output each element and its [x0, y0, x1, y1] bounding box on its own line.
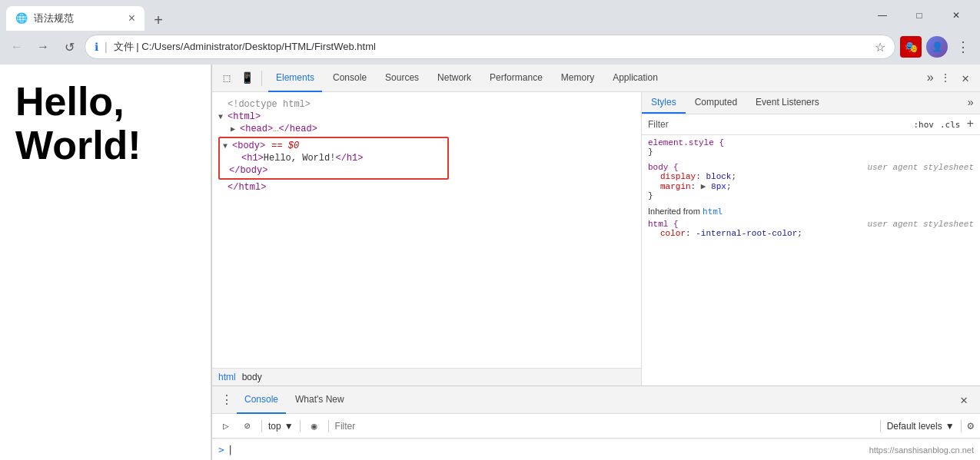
styles-tab-styles[interactable]: Styles: [642, 92, 686, 114]
filter-label: Filter: [648, 119, 669, 130]
minimize-button[interactable]: —: [865, 3, 900, 28]
active-tab[interactable]: 🌐 语法规范 ×: [6, 6, 145, 31]
url-hint: https://sanshisanblog.cn.net: [869, 445, 974, 455]
styles-tab-computed[interactable]: Computed: [686, 92, 746, 114]
body-open-line[interactable]: ▼ <body> == $0: [223, 140, 444, 152]
console-context-label: top: [268, 421, 281, 432]
console-filter-input[interactable]: [335, 421, 874, 432]
tab-network[interactable]: Network: [430, 65, 479, 92]
head-collapsed-line[interactable]: ▶ <head>…</head>: [218, 123, 635, 135]
devtools-toolbar: ⬚ 📱 Elements Console Sources Network Per…: [212, 65, 980, 92]
user-avatar[interactable]: 👤: [926, 36, 948, 58]
tab-sources[interactable]: Sources: [377, 65, 427, 92]
inherited-label: Inherited from html: [648, 207, 974, 217]
page-heading: Hello,World!: [15, 80, 141, 167]
elements-panel: <!doctype html> ▼ <html> ▶ <head>…</head…: [212, 92, 642, 386]
extension-icon[interactable]: 🎭: [900, 36, 922, 58]
tab-favicon: 🌐: [15, 12, 28, 25]
devtools-close-button[interactable]: ✕: [957, 70, 974, 87]
reload-button[interactable]: ↺: [58, 36, 80, 58]
devtools-panel: ⬚ 📱 Elements Console Sources Network Per…: [211, 65, 980, 460]
console-sep-1: [261, 420, 262, 432]
console-sep-4: [880, 420, 881, 432]
add-style-button[interactable]: +: [966, 117, 974, 131]
tab-elements[interactable]: Elements: [268, 65, 322, 92]
devtools-settings-icon[interactable]: ⋮: [937, 70, 954, 87]
new-tab-button[interactable]: +: [148, 9, 169, 31]
console-tab-whats-new[interactable]: What's New: [287, 386, 352, 414]
elements-content: <!doctype html> ▼ <html> ▶ <head>…</head…: [212, 92, 641, 368]
styles-filter-bar: Filter :hov .cls +: [642, 114, 980, 135]
window-controls: — □ ✕: [865, 3, 974, 28]
console-close-button[interactable]: ✕: [954, 392, 974, 408]
breadcrumb-bar: html body: [212, 368, 641, 386]
inspect-element-icon[interactable]: ⬚: [218, 70, 235, 87]
url-info-icon: ℹ: [95, 41, 98, 53]
html-close-line[interactable]: </html>: [218, 181, 635, 194]
toolbar-separator: [261, 71, 262, 86]
console-tab-console[interactable]: Console: [237, 386, 286, 414]
bookmark-icon[interactable]: ☆: [875, 40, 885, 55]
styles-filter-input[interactable]: [675, 119, 908, 130]
styles-panel: Styles Computed Event Listeners » Filter…: [642, 92, 980, 386]
console-context-arrow: ▼: [284, 421, 294, 432]
tab-area: 🌐 语法规范 × +: [6, 0, 865, 31]
tab-close-button[interactable]: ×: [128, 12, 135, 25]
styles-tabs: Styles Computed Event Listeners »: [642, 92, 980, 114]
cls-button[interactable]: .cls: [940, 120, 961, 130]
html-style-rule: html { user agent stylesheet color: -int…: [648, 220, 974, 238]
console-prompt: >: [218, 444, 224, 455]
console-sep-2: [300, 420, 301, 432]
browser-chrome: 🌐 语法规范 × + — □ ✕ ← → ↺ ℹ | 文件 | C:/Users…: [0, 0, 980, 65]
main-area: Hello,World! ⬚ 📱 Elements Console Source…: [0, 65, 980, 460]
console-context-select[interactable]: top ▼: [268, 421, 294, 432]
tab-application[interactable]: Application: [605, 65, 666, 92]
console-toolbar: ▷ ⊘ top ▼ ◉ Default levels ▼: [212, 414, 980, 438]
close-button[interactable]: ✕: [938, 3, 974, 28]
address-bar: ← → ↺ ℹ | 文件 | C:/Users/Administrator/De…: [0, 31, 980, 65]
console-tabs: ⋮ Console What's New ✕: [212, 386, 980, 414]
element-style-rule: element.style { }: [648, 138, 974, 157]
console-sep-3: [328, 420, 329, 432]
h1-line[interactable]: <h1>Hello, World!</h1>: [223, 152, 444, 164]
console-eye-icon[interactable]: ◉: [307, 419, 322, 434]
tab-performance[interactable]: Performance: [482, 65, 550, 92]
inherited-tag[interactable]: html: [703, 207, 723, 217]
page-content: Hello,World!: [0, 65, 211, 460]
body-selected-block: ▼ <body> == $0 <h1>Hello, World!</h1> </…: [218, 137, 635, 180]
doctype-line[interactable]: <!doctype html>: [218, 98, 635, 111]
body-style-rule: body { user agent stylesheet display: bl…: [648, 163, 974, 200]
tab-memory[interactable]: Memory: [553, 65, 602, 92]
styles-content: element.style { } body { user agent styl…: [642, 135, 980, 386]
device-toolbar-icon[interactable]: 📱: [238, 70, 255, 87]
console-levels-select[interactable]: Default levels ▼: [887, 421, 955, 432]
console-input-area: > https://sanshisanblog.cn.net: [212, 438, 980, 460]
console-panel: ⋮ Console What's New ✕ ▷ ⊘ top ▼ ◉: [212, 386, 980, 460]
console-cursor[interactable]: [228, 444, 234, 455]
back-button[interactable]: ←: [6, 36, 28, 58]
hov-button[interactable]: :hov: [913, 120, 934, 130]
console-sep-5: [961, 420, 962, 432]
html-open-line[interactable]: ▼ <html>: [218, 111, 635, 123]
breadcrumb-body[interactable]: body: [242, 372, 262, 382]
devtools-top-split: <!doctype html> ▼ <html> ▶ <head>…</head…: [212, 92, 980, 386]
profile-area: 🎭 👤 ⋮: [900, 36, 974, 58]
styles-tab-event-listeners[interactable]: Event Listeners: [746, 92, 829, 114]
url-bar[interactable]: ℹ | 文件 | C:/Users/Administrator/Desktop/…: [85, 35, 895, 59]
maximize-button[interactable]: □: [902, 3, 937, 28]
tab-console[interactable]: Console: [325, 65, 374, 92]
tab-title: 语法规范: [34, 12, 122, 25]
console-more-icon[interactable]: ⋮: [218, 392, 235, 409]
title-bar: 🌐 语法规范 × + — □ ✕: [0, 0, 980, 31]
console-gear-icon[interactable]: ⚙: [968, 419, 974, 432]
devtools-more-tabs[interactable]: »: [926, 71, 934, 85]
styles-more-icon[interactable]: »: [962, 92, 980, 114]
console-stop-icon[interactable]: ⊘: [240, 419, 255, 434]
forward-button[interactable]: →: [32, 36, 54, 58]
breadcrumb-html[interactable]: html: [218, 372, 236, 382]
browser-menu-button[interactable]: ⋮: [952, 36, 974, 58]
url-protocol: 文件 | C:/Users/Administrator/Desktop/HTML…: [114, 40, 869, 54]
console-play-icon[interactable]: ▷: [218, 419, 234, 434]
body-close-line[interactable]: </body>: [223, 164, 444, 177]
devtools-main: <!doctype html> ▼ <html> ▶ <head>…</head…: [212, 92, 980, 460]
